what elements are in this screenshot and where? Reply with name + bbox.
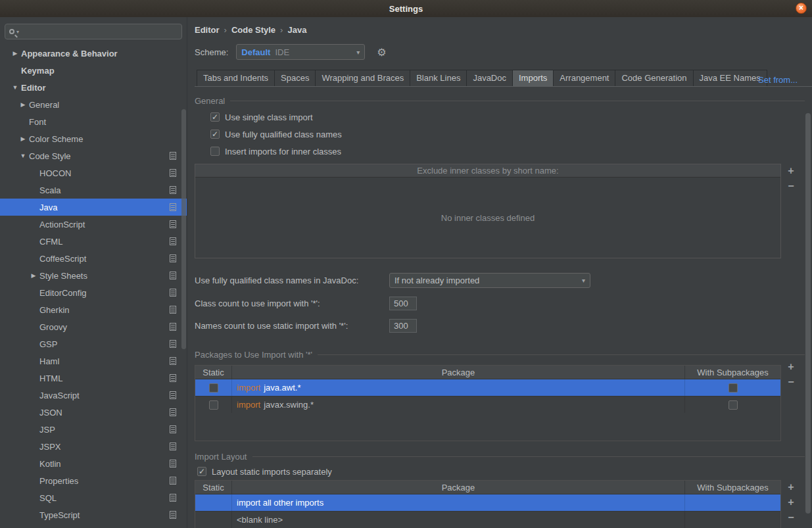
sidebar-item-scala[interactable]: Scala [0, 181, 187, 199]
copy-settings-icon [170, 323, 176, 331]
sidebar-item-editorconfig[interactable]: EditorConfig [0, 284, 187, 301]
breadcrumb-code-style[interactable]: Code Style [231, 25, 275, 35]
breadcrumb: Editor›Code Style›Java [195, 17, 812, 35]
sidebar-item-general[interactable]: ▶ General [0, 96, 187, 113]
cb-insert-imports-for-inner-classes[interactable] [210, 147, 220, 156]
sidebar-item-html[interactable]: HTML [0, 370, 187, 387]
search-input[interactable] [21, 27, 178, 37]
sidebar-item-java[interactable]: Java [0, 199, 187, 216]
class-count-label: Class count to use import with '*': [195, 299, 389, 308]
sidebar-item-jspx[interactable]: JSPX [0, 438, 187, 455]
class-count-input[interactable]: 500 [389, 297, 417, 310]
main-scrollbar[interactable] [803, 109, 812, 528]
import-layout-title: Import Layout [195, 452, 247, 462]
col-header-package: Package [232, 366, 685, 379]
copy-settings-icon [170, 169, 176, 177]
copy-settings-icon [170, 272, 176, 279]
sidebar-item-sql[interactable]: SQL [0, 489, 187, 506]
copy-settings-icon [170, 340, 176, 348]
copy-settings-icon [170, 443, 176, 450]
tab-arrangement[interactable]: Arrangement [553, 70, 615, 86]
sidebar-item-cfml[interactable]: CFML [0, 233, 187, 250]
tab-code-generation[interactable]: Code Generation [615, 70, 693, 86]
breadcrumb-editor[interactable]: Editor [195, 25, 220, 35]
scheme-combobox[interactable]: Default IDE ▾ [236, 44, 365, 60]
gear-icon[interactable]: ⚙ [377, 46, 386, 59]
sidebar-item-json[interactable]: JSON [0, 404, 187, 421]
sidebar-scrollbar[interactable] [181, 109, 186, 349]
static-checkbox[interactable] [209, 400, 218, 410]
sidebar-item-actionscript[interactable]: ActionScript [0, 216, 187, 233]
copy-settings-icon [170, 460, 176, 468]
packages-add-button[interactable]: + [788, 362, 794, 372]
sidebar-item-appearance-behavior[interactable]: ▶ Appearance & Behavior [0, 45, 187, 62]
col-header-with-subpackages: With Subpackages [685, 481, 780, 494]
tab-tabs-and-indents[interactable]: Tabs and Indents [197, 70, 275, 86]
close-button[interactable]: × [796, 3, 807, 14]
cb-use-fully-qualified-class-names[interactable]: ✓ [210, 130, 220, 139]
exclude-remove-button[interactable]: − [788, 181, 794, 191]
sidebar-item-jsp[interactable]: JSP [0, 421, 187, 438]
sidebar-item-keymap[interactable]: Keymap [0, 62, 187, 79]
tab-imports[interactable]: Imports [512, 70, 554, 86]
with-subpackages-checkbox[interactable] [728, 383, 738, 393]
sidebar-item-gsp[interactable]: GSP [0, 335, 187, 352]
section-rule [318, 354, 805, 355]
exclude-panel-body[interactable]: No inner classes defined [195, 178, 780, 258]
sidebar-item-typescript[interactable]: TypeScript [0, 506, 187, 523]
exclude-add-button[interactable]: + [788, 166, 794, 176]
copy-settings-icon [170, 408, 176, 416]
sidebar-item-coffeescript[interactable]: CoffeeScript [0, 250, 187, 267]
main-scrollbar-thumb[interactable] [805, 113, 811, 514]
table-row[interactable]: import java.awt.* [195, 379, 780, 396]
copy-settings-icon [170, 203, 176, 211]
layout-remove-button[interactable]: − [788, 512, 794, 522]
search-box[interactable]: ▾ [5, 24, 182, 39]
tab-spaces[interactable]: Spaces [274, 70, 316, 86]
sidebar-item-color-scheme[interactable]: ▶ Color Scheme [0, 130, 187, 147]
table-row[interactable]: import javax.swing.* [195, 396, 780, 413]
layout-add-blank-line-button[interactable]: + [788, 497, 794, 507]
javadoc-qualified-value: If not already imported [394, 276, 479, 285]
import-layout-buttons: + + − [781, 480, 801, 528]
cb-label: Layout static imports separately [212, 467, 332, 477]
sidebar-item-properties[interactable]: Properties [0, 472, 187, 489]
cb-layout-static-imports-separately[interactable]: ✓ [197, 467, 206, 476]
tab-java-ee-names[interactable]: Java EE Names [693, 70, 767, 86]
cb-use-single-class-import[interactable]: ✓ [210, 112, 220, 122]
table-row[interactable]: <blank line> [195, 511, 780, 528]
sidebar-item-font[interactable]: Font [0, 113, 187, 130]
copy-settings-icon [170, 237, 176, 245]
imports-tab-content: General ✓ Use single class import ✓ Use … [195, 87, 805, 528]
javadoc-qualified-combobox[interactable]: If not already imported ▾ [389, 273, 590, 288]
tab-blank-lines[interactable]: Blank Lines [410, 70, 467, 86]
names-count-input[interactable]: 300 [389, 319, 417, 333]
sidebar-item-haml[interactable]: Haml [0, 352, 187, 370]
static-checkbox[interactable] [209, 383, 218, 393]
sidebar-item-kotlin[interactable]: Kotlin [0, 455, 187, 472]
set-from-link[interactable]: Set from... [758, 75, 798, 85]
copy-settings-icon [170, 374, 176, 382]
layout-add-package-button[interactable]: + [788, 482, 794, 492]
sidebar-item-style-sheets[interactable]: ▶ Style Sheets [0, 267, 187, 284]
sidebar-item-javascript[interactable]: JavaScript [0, 387, 187, 404]
packages-remove-button[interactable]: − [788, 377, 794, 387]
copy-settings-icon [170, 425, 176, 433]
copy-settings-icon [170, 220, 176, 228]
sidebar-item-gherkin[interactable]: Gherkin [0, 301, 187, 318]
tab-wrapping-and-braces[interactable]: Wrapping and Braces [315, 70, 410, 86]
tab-javadoc[interactable]: JavaDoc [466, 70, 513, 86]
general-section-title: General [195, 96, 225, 106]
table-row[interactable]: import all other imports [195, 494, 780, 511]
breadcrumb-java: Java [287, 25, 306, 35]
sidebar-item-groovy[interactable]: Groovy [0, 318, 187, 335]
scheme-row: Scheme: Default IDE ▾ ⚙ [195, 44, 812, 60]
exclude-inner-classes-panel: Exclude inner classes by short name: No … [195, 164, 781, 258]
sidebar-item-hocon[interactable]: HOCON [0, 164, 187, 181]
sidebar-item-code-style[interactable]: ▼ Code Style [0, 147, 187, 164]
table-empty-area[interactable] [195, 413, 780, 441]
search-history-arrow-icon: ▾ [16, 29, 19, 35]
sidebar-item-editor[interactable]: ▼ Editor [0, 79, 187, 96]
with-subpackages-checkbox[interactable] [728, 400, 738, 410]
cb-label: Insert imports for inner classes [225, 147, 341, 156]
